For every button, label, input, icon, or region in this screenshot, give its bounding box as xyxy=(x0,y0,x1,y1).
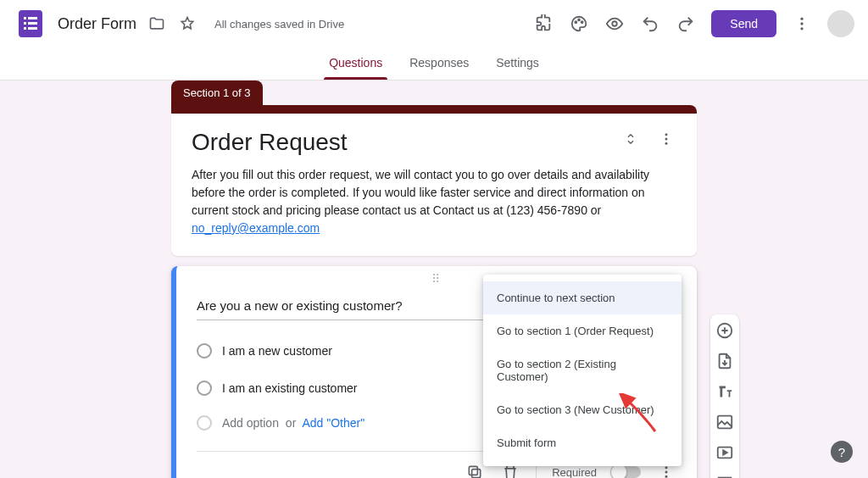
svg-point-9 xyxy=(581,21,583,23)
svg-rect-2 xyxy=(28,17,37,19)
more-icon[interactable] xyxy=(792,14,812,34)
section-description[interactable]: After you fill out this order request, w… xyxy=(192,166,676,237)
option-label[interactable]: I am an existing customer xyxy=(222,381,476,395)
svg-point-20 xyxy=(665,466,668,469)
required-label: Required xyxy=(552,466,597,479)
add-section-icon[interactable] xyxy=(715,474,734,478)
svg-point-14 xyxy=(665,133,668,136)
svg-point-21 xyxy=(665,471,668,474)
avatar[interactable] xyxy=(827,10,854,37)
question-text[interactable]: Are you a new or existing customer? xyxy=(197,290,485,320)
svg-rect-4 xyxy=(28,22,37,25)
svg-point-16 xyxy=(665,142,668,145)
question-card: ⠿ Are you a new or existing customer? I … xyxy=(171,266,697,478)
header: Order Form All changes saved in Drive Se… xyxy=(0,0,868,47)
svg-point-7 xyxy=(576,21,577,23)
option-label[interactable]: I am a new customer xyxy=(222,344,473,358)
dropdown-item[interactable]: Go to section 2 (Existing Customer) xyxy=(483,347,682,393)
required-toggle[interactable] xyxy=(612,466,641,478)
section-badge: Section 1 of 3 xyxy=(171,81,263,105)
undo-icon[interactable] xyxy=(640,14,660,34)
tab-responses[interactable]: Responses xyxy=(408,47,470,80)
add-title-icon[interactable] xyxy=(715,382,734,401)
radio-icon xyxy=(197,381,212,396)
add-video-icon[interactable] xyxy=(715,443,734,462)
radio-icon xyxy=(197,343,212,358)
dropdown-item[interactable]: Submit form xyxy=(483,426,682,459)
svg-rect-19 xyxy=(470,466,478,475)
svg-point-15 xyxy=(665,138,668,141)
dropdown-item[interactable]: Go to section 1 (Order Request) xyxy=(483,314,682,347)
section-more-icon[interactable] xyxy=(656,129,676,149)
forms-logo-icon[interactable] xyxy=(14,7,47,41)
side-toolbar xyxy=(710,314,739,478)
svg-point-13 xyxy=(800,27,803,30)
dropdown-item[interactable]: Continue to next section xyxy=(483,281,682,314)
star-icon[interactable] xyxy=(177,14,198,34)
tabs: Questions Responses Settings xyxy=(0,47,868,81)
add-other[interactable]: Add "Other" xyxy=(302,416,364,430)
dropdown-item[interactable]: Go to section 3 (New Customer) xyxy=(483,393,682,426)
collapse-icon[interactable] xyxy=(620,129,641,149)
duplicate-icon[interactable] xyxy=(465,462,485,478)
svg-rect-6 xyxy=(28,27,37,30)
palette-icon[interactable] xyxy=(569,14,589,34)
svg-rect-5 xyxy=(24,27,26,30)
save-status: All changes saved in Drive xyxy=(214,18,344,31)
svg-point-11 xyxy=(800,18,803,20)
svg-rect-1 xyxy=(24,17,26,19)
goto-dropdown: Continue to next section Go to section 1… xyxy=(483,275,682,466)
radio-icon xyxy=(197,415,212,431)
form-title[interactable]: Order Form xyxy=(58,15,136,33)
svg-point-22 xyxy=(665,475,668,478)
section-desc-text: After you fill out this order request, w… xyxy=(192,168,649,217)
add-question-icon[interactable] xyxy=(715,321,734,340)
redo-icon[interactable] xyxy=(676,14,696,34)
header-actions: Send xyxy=(533,10,854,37)
preview-icon[interactable] xyxy=(604,14,625,34)
svg-rect-3 xyxy=(24,22,26,25)
addons-icon[interactable] xyxy=(533,14,554,34)
section-desc-link[interactable]: no_reply@example.com xyxy=(192,221,320,235)
section-header-card: Order Request After you fill out this or… xyxy=(171,105,697,256)
svg-point-12 xyxy=(800,22,803,25)
help-icon[interactable]: ? xyxy=(831,441,853,463)
import-questions-icon[interactable] xyxy=(715,352,734,370)
tab-questions[interactable]: Questions xyxy=(327,47,384,80)
tab-settings[interactable]: Settings xyxy=(494,47,541,80)
send-button[interactable]: Send xyxy=(711,10,776,37)
svg-point-8 xyxy=(578,19,580,21)
add-option[interactable]: Add option xyxy=(222,416,279,430)
or-text: or xyxy=(286,416,296,430)
folder-icon[interactable] xyxy=(147,14,167,34)
add-image-icon[interactable] xyxy=(715,413,734,431)
section-title[interactable]: Order Request xyxy=(192,129,620,156)
svg-rect-18 xyxy=(472,470,481,478)
svg-point-10 xyxy=(613,21,618,26)
